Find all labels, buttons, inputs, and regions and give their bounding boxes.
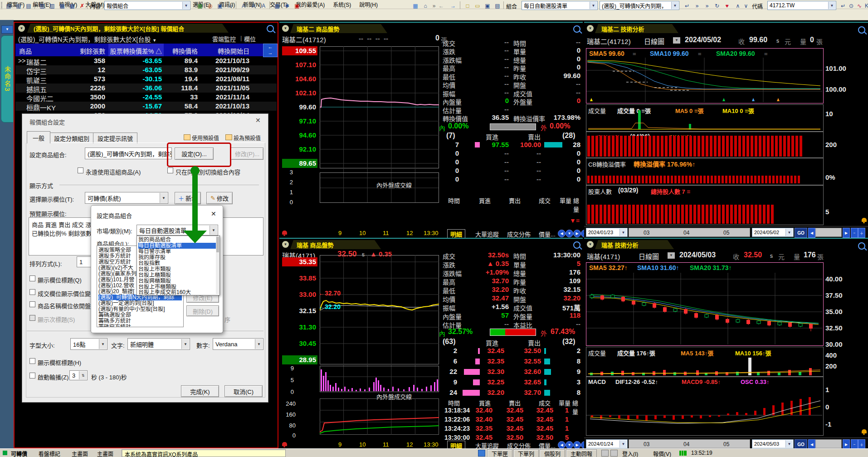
scrollbar-thumb[interactable]: [216, 237, 219, 252]
cloud-monitor-button[interactable]: 雲端監控: [212, 34, 236, 43]
alert-bell-icon[interactable]: [282, 442, 287, 446]
col-header-convprice[interactable]: 轉換價格: [165, 46, 198, 55]
group-item[interactable]: (選股)有量的中小型股[台股]: [98, 306, 182, 312]
window-icon[interactable]: ▭: [225, 1, 235, 10]
chevron-down-icon[interactable]: ▼: [785, 229, 793, 236]
chevron-down-icon[interactable]: ▼: [619, 440, 627, 447]
chevron-down-icon[interactable]: ▼: [210, 226, 217, 235]
period-selector[interactable]: 日線圖: [639, 251, 659, 261]
workspace-tab-active[interactable]: 可轉債: [11, 450, 27, 457]
table-row[interactable]: 岱宇三 12 -63.05 83.9 2021/09/29: [15, 65, 277, 74]
order-monitor-icon[interactable]: [478, 450, 485, 457]
zoom-in-icon[interactable]: ＋: [858, 228, 865, 238]
num-font-combobox[interactable]: Verdana▼: [213, 338, 263, 350]
order-box-button[interactable]: 下單匣: [487, 449, 512, 457]
blocks-icon[interactable]: ▦: [410, 1, 420, 10]
category-item[interactable]: 我的庫存股: [138, 255, 218, 260]
chevron-down-icon[interactable]: ▼: [671, 2, 678, 9]
back-icon[interactable]: ←: [436, 1, 446, 10]
category-item[interactable]: 台股上市類股: [138, 266, 218, 272]
subtab-detail[interactable]: 明細: [447, 229, 465, 238]
column-nav-icon[interactable]: ←→: [263, 44, 278, 57]
scroll-right-icon[interactable]: ▶: [843, 228, 850, 238]
field-combobox[interactable]: 可轉債(系統)▼: [85, 192, 168, 204]
table-row[interactable]: >> 瑞基二 358 -63.65 89.4 2021/10/13: [15, 56, 277, 65]
page-tab-unnamed3[interactable]: 未命名3: [1, 35, 14, 123]
panes-icon[interactable]: ▦: [272, 1, 282, 10]
zoom-panel-icon[interactable]: [858, 26, 865, 34]
expand-icon[interactable]: »: [692, 1, 702, 10]
layout-split-icon[interactable]: ▦: [67, 1, 77, 10]
edit-field-button[interactable]: ✎修改: [206, 192, 233, 204]
period-dropdown-icon[interactable]: ▼: [673, 37, 680, 44]
forward-icon[interactable]: →: [448, 1, 458, 10]
alarm-bell-icon[interactable]: [862, 218, 867, 222]
alert-bell-icon[interactable]: [282, 231, 287, 235]
new-page-icon[interactable]: □: [463, 1, 473, 10]
tab-groups[interactable]: 設定分類組別: [49, 133, 94, 143]
category-item[interactable]: 每日警示清單: [138, 249, 218, 255]
lock-icon[interactable]: ▣: [215, 1, 225, 10]
scroll-right-icon[interactable]: ▶: [843, 439, 850, 449]
show-header-checkbox[interactable]: [29, 275, 35, 281]
chevron-down-icon[interactable]: ▼: [785, 440, 793, 447]
strategy-combobox[interactable]: (選股)_可轉債N天內到期， ▼: [600, 1, 679, 10]
chevron-down-icon[interactable]: ▼: [181, 339, 189, 349]
alarm-bell-icon[interactable]: [862, 429, 867, 433]
refresh-icon[interactable]: ↻: [712, 1, 722, 10]
panel-title-tab[interactable]: 瑞基二 商品盤勢: [290, 24, 387, 33]
same-category-checkbox[interactable]: [167, 167, 173, 173]
set-default-link[interactable]: 設為預設值: [225, 134, 261, 142]
pin-icon[interactable]: ◎: [205, 1, 215, 10]
chart-hscroll[interactable]: [815, 439, 842, 448]
next-symbol-icon[interactable]: ∨: [741, 1, 751, 10]
font-size-combobox[interactable]: 16點▼: [70, 338, 107, 350]
subtab-down-icon[interactable]: ▼: [566, 441, 573, 449]
layout-rows-icon[interactable]: ▥: [37, 1, 47, 10]
rotate-seconds-stepper[interactable]: 3⇅: [69, 370, 88, 380]
export-icon[interactable]: »: [702, 1, 712, 10]
col-header-remaining[interactable]: 剩餘張數: [65, 46, 105, 55]
chevron-down-icon[interactable]: ▼: [160, 193, 167, 203]
group-item[interactable]: (選股)一定選的到[台股]: [98, 300, 182, 306]
category-item[interactable]: 台股興櫃類股: [138, 278, 218, 284]
table-row[interactable]: 凱崴三 573 -30.15 19.4 2021/08/11: [15, 74, 277, 84]
table-row[interactable]: 桓鼎一KY 2000 -15.67 58.4 2021/10/13: [15, 102, 277, 111]
table-row[interactable]: 撼訊五 2226 -36.06 118.4 2021/11/05: [15, 84, 277, 93]
subtab-down-icon[interactable]: ▼: [566, 230, 573, 237]
panel-menu-button[interactable]: ▼: [282, 241, 289, 248]
scroll-to-latest-icon[interactable]: ▼≡: [570, 217, 580, 224]
zoom-panel-icon[interactable]: [858, 242, 865, 250]
menu-system[interactable]: 系統(S): [329, 0, 355, 9]
zoom-panel-icon[interactable]: [573, 25, 580, 33]
save-icon[interactable]: ▣: [483, 1, 493, 10]
text-font-combobox[interactable]: 新細明體▼: [127, 338, 190, 350]
frame-title-checkbox[interactable]: [29, 358, 35, 364]
subtab-next-icon[interactable]: ▶: [573, 441, 581, 449]
subtab-next-icon[interactable]: ▶: [573, 230, 581, 237]
chevron-down-icon[interactable]: ▼: [619, 229, 627, 236]
subtab-distribution[interactable]: 成交分佈: [507, 230, 531, 238]
toolbar-handle[interactable]: [1, 1, 2, 9]
category-item-selected[interactable]: 每日自動選股清單: [138, 243, 218, 249]
scroll-left-icon[interactable]: ◀: [808, 228, 815, 238]
category-item[interactable]: 台股上櫃類股: [138, 272, 218, 278]
subtab-bigorders[interactable]: 大單追蹤: [475, 230, 499, 238]
panel-menu-button[interactable]: ▼: [18, 25, 25, 32]
col-header-diff[interactable]: 股票轉換價差% △: [108, 46, 162, 55]
zoom-out-icon[interactable]: −: [851, 439, 858, 449]
panel-title-tab[interactable]: 瑞基 技術分析: [595, 240, 674, 249]
chevron-down-icon[interactable]: ▼: [255, 339, 263, 349]
subtab-pricevol[interactable]: 價量...: [539, 230, 556, 238]
layout-cols-icon[interactable]: ▥: [47, 1, 57, 10]
security-lock-icon[interactable]: ▣: [292, 1, 302, 10]
subtitle-checkbox[interactable]: [29, 315, 35, 321]
open-folder-icon[interactable]: ▭: [473, 1, 483, 10]
zoom-in-icon[interactable]: ＋: [858, 439, 865, 449]
rotate-checkbox[interactable]: [29, 373, 35, 378]
apply-enter-icon[interactable]: ↵: [682, 1, 692, 10]
paste-icon[interactable]: ▤: [14, 1, 24, 10]
tab-alerts[interactable]: 設定提示訊號: [93, 133, 137, 143]
panel-title-tab[interactable]: 瑞基 商品盤勢: [290, 240, 381, 249]
date-scrollbar[interactable]: 03 04 05: [629, 439, 750, 448]
